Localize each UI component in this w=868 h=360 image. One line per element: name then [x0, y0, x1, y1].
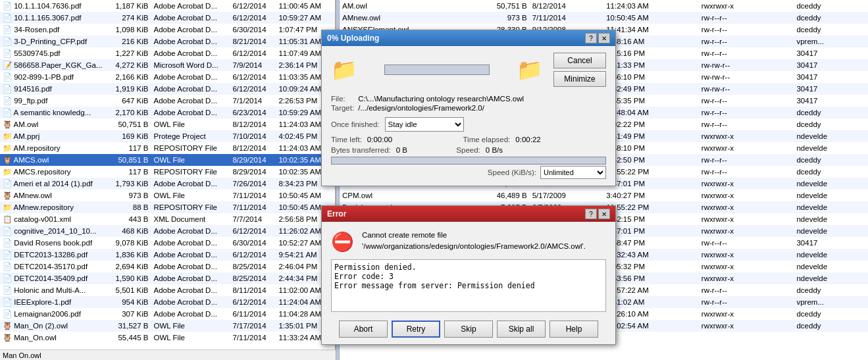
file-type-icon: 📄 [3, 298, 12, 306]
time-left-value: 0:00:00 [367, 136, 458, 143]
file-type-icon: 📄 [3, 251, 12, 259]
file-type-icon: 📝 [3, 61, 12, 69]
table-row[interactable]: 📄 Holonic and Multi-A... 5,501 KiB Adobe… [0, 284, 335, 296]
file-type-icon: 📄 [3, 85, 12, 93]
file-type-icon: 📄 [3, 180, 12, 188]
time-elapsed-value: 0:00:22 [515, 136, 606, 143]
table-row[interactable]: 📄 Lemaignan2006.pdf 307 KiB Adobe Acroba… [0, 308, 335, 320]
table-row[interactable]: 🦉 Man_On.owl 55,445 B OWL File 7/11/2014… [0, 332, 335, 344]
progress-bar [384, 64, 490, 75]
skip-button[interactable]: Skip [444, 321, 493, 338]
file-type-icon: 📁 [3, 203, 12, 211]
progress-bar-container [363, 64, 511, 75]
table-row[interactable]: 📄 David Rosens book.pdf 9,078 KiB Adobe … [0, 237, 335, 249]
file-label: File: [331, 95, 354, 103]
error-dialog-body: ⛔ Cannot create remote file '/www/organi… [322, 222, 615, 344]
table-row[interactable]: 📄 10.1.1.104.7636.pdf 1,187 KiB Adobe Ac… [0, 0, 335, 12]
error-icon: ⛔ [331, 231, 354, 253]
file-type-icon: 📄 [3, 274, 12, 282]
help-button[interactable]: Help [549, 321, 598, 338]
table-row[interactable]: 📄 DETC2014-35170.pdf 2,694 KiB Adobe Acr… [0, 261, 335, 272]
table-row[interactable]: 📄 A semantic knowledg... 2,170 KiB Adobe… [0, 107, 335, 118]
table-row[interactable]: 📄 cognitive_2014_10_10... 468 KiB Adobe … [0, 225, 335, 237]
upload-dialog-titlebar: 0% Uploading ? ✕ [322, 30, 615, 46]
table-row[interactable]: 📝 586658.Paper_KGK_Ga... 4,272 KiB Micro… [0, 59, 335, 71]
progress-area: 📁 📁 Cancel Minimize [331, 53, 606, 87]
table-row[interactable]: 📄 902-899-1-PB.pdf 2,166 KiB Adobe Acrob… [0, 71, 335, 83]
upload-help-button[interactable]: ? [585, 33, 597, 43]
file-type-icon: 📁 [3, 144, 12, 152]
file-type-icon: 📄 [3, 239, 12, 247]
target-value: /.../edesign/ontologies/Framework2.0/ [358, 104, 606, 112]
table-row[interactable]: 📄 DETC2014-35409.pdf 1,590 KiB Adobe Acr… [0, 272, 335, 284]
file-type-icon: 🦉 [3, 192, 12, 199]
upload-action-buttons: Cancel Minimize [553, 53, 606, 87]
upload-close-button[interactable]: ✕ [598, 33, 610, 43]
table-row[interactable]: 📋 catalog-v001.xml 443 B XML Document 7/… [0, 213, 335, 225]
left-file-table: 📄 10.1.1.104.7636.pdf 1,187 KiB Adobe Ac… [0, 0, 335, 344]
main-window: 📄 10.1.1.104.7636.pdf 1,187 KiB Adobe Ac… [0, 0, 868, 360]
error-dialog-titlebar: Error ? ✕ [322, 206, 615, 222]
error-message-row: ⛔ Cannot create remote file '/www/organi… [331, 230, 606, 253]
table-row[interactable]: 📄 Ameri et al 2014 (1).pdf 1,793 KiB Ado… [0, 178, 335, 190]
table-row[interactable]: CPM.owl 46,489 B 5/17/2009 3:40:27 PM rw… [340, 190, 868, 201]
table-row[interactable]: 📄 34-Rosen.pdf 1,098 KiB Adobe Acrobat D… [0, 24, 335, 36]
table-row[interactable]: 📄 DETC2013-13286.pdf 1,836 KiB Adobe Acr… [0, 249, 335, 261]
error-text: Cannot create remote file '/www/organiza… [362, 230, 586, 253]
error-help-button[interactable]: ? [585, 209, 597, 219]
error-dialog-title: Error [327, 209, 346, 219]
upload-dialog-title: 0% Uploading [327, 34, 379, 43]
file-type-icon: 🦉 [3, 322, 12, 330]
speed-label: Speed: [456, 146, 480, 154]
upload-dialog-body: 📁 📁 Cancel Minimize File: C:\...\Manufac… [322, 46, 615, 186]
upload-dialog-buttons: ? ✕ [585, 33, 610, 43]
abort-button[interactable]: Abort [339, 321, 388, 338]
table-row[interactable]: 🦉 AM.owl 50,751 B OWL File 8/12/2014 11:… [0, 118, 335, 130]
status-bar: Man On.owl [0, 349, 336, 360]
table-row[interactable]: 📁 AM.repository 117 B REPOSITORY File 8/… [0, 142, 335, 154]
file-type-icon: 🦉 [3, 156, 12, 164]
file-type-icon: 📄 [3, 286, 12, 294]
error-close-button[interactable]: ✕ [598, 209, 610, 219]
bytes-label: Bytes transferred: [331, 146, 391, 154]
source-folder-icon: 📁 [331, 57, 357, 82]
table-row[interactable]: AMnew.owl 973 B 7/11/2014 10:50:45 AM rw… [340, 12, 868, 24]
table-row[interactable]: 📁 AMCS.repository 117 B REPOSITORY File … [0, 166, 335, 178]
file-type-icon: 📄 [3, 109, 12, 116]
table-row[interactable]: 📄 99_ftp.pdf 647 KiB Adobe Acrobat D... … [0, 95, 335, 107]
once-finished-label: Once finished: [331, 120, 380, 128]
table-row[interactable]: 📄 3-D_Printing_CFP.pdf 216 KiB Adobe Acr… [0, 36, 335, 47]
once-finished-select[interactable]: Stay idle Close connection [385, 117, 464, 132]
table-row[interactable]: 📄 914516.pdf 1,919 KiB Adobe Acrobat D..… [0, 83, 335, 95]
error-dialog-buttons: ? ✕ [585, 209, 610, 219]
table-row[interactable]: 🦉 AMnew.owl 973 B OWL File 7/11/2014 10:… [0, 190, 335, 201]
left-file-panel: 📄 10.1.1.104.7636.pdf 1,187 KiB Adobe Ac… [0, 0, 336, 360]
table-row[interactable]: AM.owl 50,751 B 8/12/2014 11:24:03 AM rw… [340, 0, 868, 12]
file-type-icon: 📁 [3, 132, 12, 140]
file-type-icon: 🦉 [3, 120, 12, 128]
table-row[interactable]: 📁 AM.pprj 169 KiB Protege Project 7/10/2… [0, 130, 335, 142]
time-elapsed-label: Time elapsed: [463, 136, 511, 143]
file-type-icon: 📄 [3, 26, 12, 34]
table-row[interactable]: 🦉 Man_On (2).owl 31,527 B OWL File 7/17/… [0, 320, 335, 332]
table-row[interactable]: 📁 AMnew.repository 88 B REPOSITORY File … [0, 201, 335, 213]
file-type-icon: 📄 [3, 14, 12, 22]
file-type-icon: 📄 [3, 73, 12, 81]
table-row[interactable]: 📄 55309745.pdf 1,227 KiB Adobe Acrobat D… [0, 47, 335, 59]
table-row[interactable]: 📄 IEEExplore-1.pdf 954 KiB Adobe Acrobat… [0, 296, 335, 308]
time-left-label: Time left: [331, 136, 362, 143]
skip-all-button[interactable]: Skip all [497, 321, 546, 338]
error-detail-box [331, 259, 606, 312]
file-type-icon: 📄 [3, 49, 12, 57]
table-row[interactable]: 🦉 AMCS.owl 50,851 B OWL File 8/29/2014 1… [0, 154, 335, 166]
upload-dialog: 0% Uploading ? ✕ 📁 📁 Cancel Minimize [321, 30, 616, 186]
file-value: C:\...\Manufacturing ontology research\A… [358, 95, 606, 103]
minimize-button[interactable]: Minimize [553, 71, 606, 87]
file-type-icon: 📁 [3, 168, 12, 176]
status-text: Man On.owl [3, 351, 41, 359]
file-type-icon: 📄 [3, 38, 12, 45]
cancel-button[interactable]: Cancel [553, 53, 606, 68]
table-row[interactable]: 📄 10.1.1.165.3067.pdf 274 KiB Adobe Acro… [0, 12, 335, 24]
speed-limit-select[interactable]: Unlimited 256 512 1024 [540, 166, 606, 179]
retry-button[interactable]: Retry [392, 321, 440, 338]
